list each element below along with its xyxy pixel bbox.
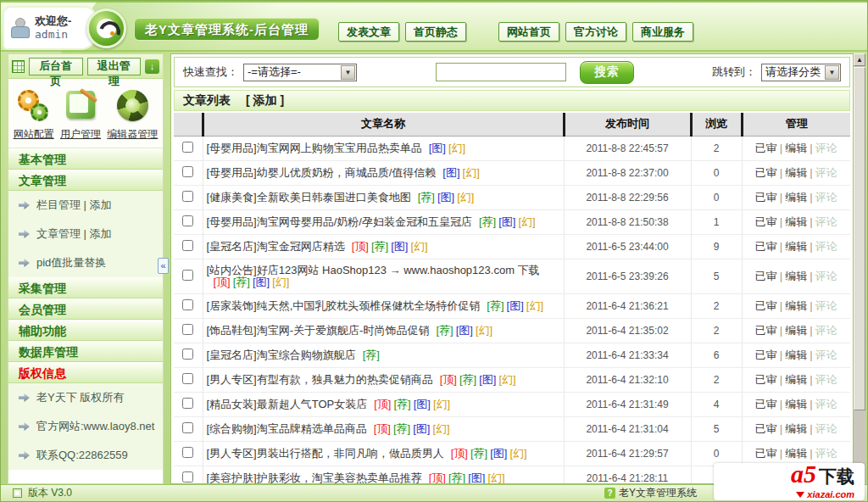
scroll-up-button[interactable]: ▲ xyxy=(854,53,865,66)
menu-section-collect-management[interactable]: 采集管理 xyxy=(8,277,163,298)
row-checkbox[interactable] xyxy=(182,447,193,458)
row-checkbox[interactable] xyxy=(182,373,193,384)
separator: | xyxy=(780,166,782,179)
action-0[interactable]: 已审 xyxy=(755,324,777,337)
action-0[interactable]: 已审 xyxy=(755,349,777,361)
row-checkbox[interactable] xyxy=(182,142,193,153)
action-2[interactable]: 评论 xyxy=(815,373,837,386)
action-2[interactable]: 评论 xyxy=(815,299,837,312)
action-1[interactable]: 编辑 xyxy=(785,191,807,204)
action-2[interactable]: 评论 xyxy=(815,142,837,154)
chevron-down-icon[interactable]: ▼ xyxy=(825,65,839,80)
row-checkbox[interactable] xyxy=(182,398,193,409)
action-1[interactable]: 编辑 xyxy=(785,349,807,361)
row-checkbox[interactable] xyxy=(182,324,193,335)
action-2[interactable]: 评论 xyxy=(815,422,837,435)
action-0[interactable]: 已审 xyxy=(755,422,777,435)
menu-section-article-management[interactable]: 文章管理 xyxy=(8,170,163,191)
action-2[interactable]: 评论 xyxy=(815,349,837,361)
action-1[interactable]: 编辑 xyxy=(785,447,807,460)
tag-幻: [幻] xyxy=(457,191,474,204)
row-checkbox[interactable] xyxy=(182,215,193,226)
arrow-bullet-icon xyxy=(19,201,30,209)
action-0[interactable]: 已审 xyxy=(755,191,777,204)
separator: | xyxy=(780,191,782,204)
site-home-button[interactable]: 网站首页 xyxy=(498,22,559,42)
action-1[interactable]: 编辑 xyxy=(785,215,807,228)
action-2[interactable]: 评论 xyxy=(815,447,837,460)
quick-find-select[interactable]: -=请选择=- ▼ xyxy=(243,64,357,81)
menu-section-member-management[interactable]: 会员管理 xyxy=(8,298,163,320)
admin-home-button[interactable]: 后台首页 xyxy=(29,58,83,75)
menu-item[interactable]: 栏目管理 | 添加 xyxy=(8,191,163,220)
action-1[interactable]: 编辑 xyxy=(785,324,807,337)
action-1[interactable]: 编辑 xyxy=(785,240,807,253)
action-2[interactable]: 评论 xyxy=(815,240,837,253)
menu-item[interactable]: pid值批量替换 xyxy=(8,248,163,277)
row-checkbox[interactable] xyxy=(182,299,193,310)
menu-section-database-management[interactable]: 数据库管理 xyxy=(8,341,163,362)
action-0[interactable]: 已审 xyxy=(755,373,777,386)
action-1[interactable]: 编辑 xyxy=(785,422,807,435)
action-1[interactable]: 编辑 xyxy=(785,270,807,282)
row-checkbox[interactable] xyxy=(182,166,193,177)
menu-section-copyright-info[interactable]: 版权信息 xyxy=(8,362,163,383)
row-checkbox[interactable] xyxy=(182,240,193,251)
action-1[interactable]: 编辑 xyxy=(785,398,807,410)
collapse-sidebar-button[interactable]: « xyxy=(158,258,169,274)
action-0[interactable]: 已审 xyxy=(755,240,777,253)
arrow-down-icon[interactable]: ↓ xyxy=(145,59,159,74)
menu-item[interactable]: 老Y天下 版权所有 xyxy=(8,383,163,412)
shortcut-gears[interactable]: 网站配置 xyxy=(14,89,54,142)
tag-幻: [幻] xyxy=(518,215,535,228)
business-service-button[interactable]: 商业服务 xyxy=(632,22,693,42)
logout-button[interactable]: 退出管理 xyxy=(87,58,142,75)
action-2[interactable]: 评论 xyxy=(815,166,837,179)
scroll-thumb[interactable] xyxy=(854,67,865,410)
checkbox-cell xyxy=(174,234,203,259)
action-0[interactable]: 已审 xyxy=(755,299,777,312)
action-0[interactable]: 已审 xyxy=(755,398,777,410)
action-2[interactable]: 评论 xyxy=(815,215,837,228)
main-panel: 快速查找： -=请选择=- ▼ 搜索 跳转到： 请选择分类 ▼ 文章列表 [ 添… xyxy=(170,53,854,484)
action-2[interactable]: 评论 xyxy=(815,324,837,337)
row-checkbox[interactable] xyxy=(182,270,193,281)
action-0[interactable]: 已审 xyxy=(755,270,777,282)
menu-item[interactable]: 联系QQ:22862559 xyxy=(8,441,163,470)
action-1[interactable]: 编辑 xyxy=(785,299,807,312)
action-2[interactable]: 评论 xyxy=(815,270,837,282)
action-0[interactable]: 已审 xyxy=(755,166,777,179)
search-button[interactable]: 搜索 xyxy=(580,61,634,84)
action-2[interactable]: 评论 xyxy=(815,191,837,204)
publish-article-button[interactable]: 发表文章 xyxy=(338,22,399,42)
tag-幻: [幻] xyxy=(476,324,492,337)
action-0[interactable]: 已审 xyxy=(755,142,777,154)
home-static-button[interactable]: 首页静态 xyxy=(405,22,466,42)
official-forum-button[interactable]: 官方讨论 xyxy=(565,22,626,42)
action-0[interactable]: 已审 xyxy=(755,447,777,460)
shortcut-clip[interactable]: 用户管理 xyxy=(60,88,101,142)
add-article-link[interactable]: [ 添加 ] xyxy=(246,93,284,109)
action-1[interactable]: 编辑 xyxy=(785,166,807,179)
row-checkbox[interactable] xyxy=(182,191,193,202)
row-checkbox[interactable] xyxy=(182,422,193,433)
publish-date: 2011-6-4 21:33:34 xyxy=(564,343,691,367)
jump-category-select[interactable]: 请选择分类 ▼ xyxy=(761,64,841,81)
action-2[interactable]: 评论 xyxy=(815,398,837,410)
vertical-scrollbar[interactable]: ▲ xyxy=(854,53,865,484)
menu-section-basic-management[interactable]: 基本管理 xyxy=(8,148,163,170)
tag-荐: [荐] xyxy=(459,373,476,386)
row-checkbox[interactable] xyxy=(182,349,193,360)
menu-item[interactable]: 文章管理 | 添加 xyxy=(8,220,163,248)
chevron-down-icon[interactable]: ▼ xyxy=(341,65,355,80)
action-0[interactable]: 已审 xyxy=(755,215,777,228)
shortcut-sphere[interactable]: 编辑器管理 xyxy=(107,90,158,142)
article-name-cell: [母婴用品]淘宝网网上购物宝宝用品热卖单品[图][幻] xyxy=(203,136,564,160)
menu-item[interactable]: 官方网站:www.laoy8.net xyxy=(8,412,163,441)
menu-section-auxiliary-functions[interactable]: 辅助功能 xyxy=(8,320,163,341)
action-1[interactable]: 编辑 xyxy=(785,142,807,154)
search-input[interactable] xyxy=(436,63,566,81)
action-1[interactable]: 编辑 xyxy=(785,373,807,386)
row-checkbox[interactable] xyxy=(182,471,193,482)
arrow-bullet-icon xyxy=(19,393,30,402)
